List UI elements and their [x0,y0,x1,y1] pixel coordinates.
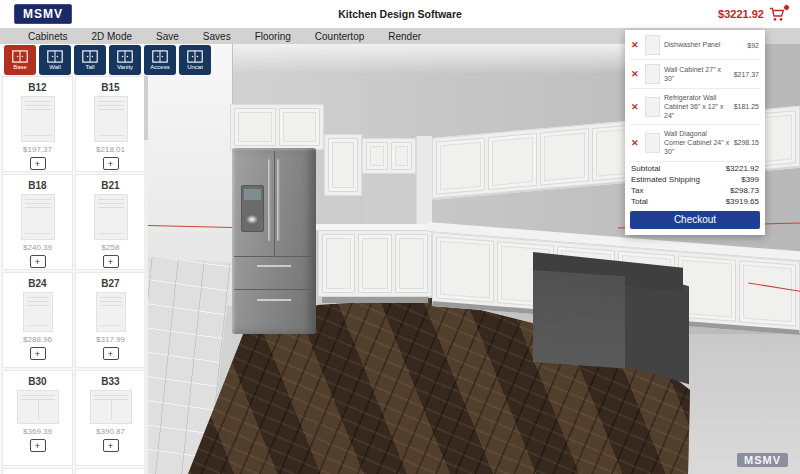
remove-item-icon[interactable]: ✕ [631,69,641,79]
category-label: Wall [49,64,60,70]
fridge-display [244,189,262,200]
menu-item-cabinets[interactable]: Cabinets [16,31,79,42]
product-card-b12[interactable]: B12 $197.37 + [2,76,73,172]
fridge-door-split [274,151,275,256]
cart-item-image [645,133,660,153]
wall-cabinet[interactable] [324,134,362,196]
cart-dropdown-panel: ✕ Dishwasher Panel $92 ✕ Wall Cabinet 27… [625,30,765,235]
product-card-b27[interactable]: B27 $317.99 + [75,272,146,368]
cart-item-name: Wall Diagonal Corner Cabinet 24" x 30" [664,129,730,156]
cabinet-door [436,236,494,303]
add-to-design-button[interactable]: + [30,255,46,268]
refrigerator-model[interactable] [232,148,316,334]
summary-row-tax: Tax $298.73 [630,184,760,195]
cabinet-icon [187,50,203,63]
menu-item-save[interactable]: Save [144,31,191,42]
product-card-b15[interactable]: B15 $218.01 + [75,76,146,172]
product-price: $258 [102,243,120,252]
menu-item-2d-mode[interactable]: 2D Mode [79,31,144,42]
upper-wall [232,44,662,74]
countertop-back [314,224,436,231]
product-card-b33[interactable]: B33 $390.87 + [75,370,146,466]
remove-item-icon[interactable]: ✕ [631,102,641,112]
cart-item-row: ✕ Refrigerator Wall Cabinet 36" x 12" x … [630,89,760,125]
category-button-wall[interactable]: Wall [39,45,71,75]
product-price: $218.01 [96,145,125,154]
category-button-access[interactable]: Access [144,45,176,75]
add-to-design-button[interactable]: + [103,157,119,170]
cart-total: $3221.92 [718,8,764,20]
highlight-glow [246,215,258,224]
add-to-design-button[interactable]: + [103,439,119,452]
menu-item-flooring[interactable]: Flooring [243,31,303,42]
add-to-design-button[interactable]: + [30,347,46,360]
add-to-design-button[interactable]: + [103,347,119,360]
product-card-b30[interactable]: B30 $369.39 + [2,370,73,466]
category-button-tall[interactable]: Tall [74,45,106,75]
wall-cabinet-over-recess[interactable] [362,138,416,174]
cabinet-door [391,142,413,170]
toe-kick [322,297,428,303]
product-price: $197.37 [23,145,52,154]
product-image [23,292,53,332]
base-cabinet-run-back[interactable] [318,231,432,297]
product-name: B15 [101,82,119,93]
cabinet-door [358,234,391,293]
add-to-design-button[interactable]: + [30,439,46,452]
checkout-button[interactable]: Checkout [630,211,760,229]
cabinet-icon [152,50,168,63]
product-name: B33 [101,376,119,387]
menu-item-countertop[interactable]: Countertop [303,31,376,42]
app-logo: MSMV [14,4,72,24]
summary-label: Tax [631,186,643,195]
fridge-drawer-handle [257,299,291,301]
add-to-design-button[interactable]: + [30,157,46,170]
cabinet-door [279,108,321,146]
product-price: $317.99 [96,335,125,344]
cabinet-door [488,133,537,190]
cabinet-door [739,260,797,327]
page-title: Kitchen Design Software [338,8,462,20]
cart-item-price: $217.37 [734,71,759,78]
cart-item-price: $181.25 [734,103,759,110]
catalog-scrollbar[interactable] [144,74,148,474]
cart-item-name: Refrigerator Wall Cabinet 36" x 12" x 24… [664,93,730,120]
cart-item-row: ✕ Wall Diagonal Corner Cabinet 24" x 30"… [630,125,760,161]
category-button-base[interactable]: Base [4,45,36,75]
product-card-partial[interactable] [2,468,73,474]
wall-cabinet-above-fridge[interactable] [230,104,324,150]
cart-item-image [645,97,660,117]
summary-row-subtotal: Subtotal $3221.92 [630,162,760,173]
product-card-b24[interactable]: B24 $288.96 + [2,272,73,368]
product-image [94,194,128,240]
menu-item-saves[interactable]: Saves [191,31,243,42]
category-button-vanity[interactable]: Vanity [109,45,141,75]
fridge-handle [268,159,271,241]
summary-label: Total [631,197,648,206]
product-card-partial[interactable] [75,468,146,474]
category-button-uncat[interactable]: Uncat [179,45,211,75]
cabinet-door [395,234,428,293]
cart-item-image [645,35,660,55]
product-image [96,292,126,332]
product-image [90,390,132,424]
product-card-b18[interactable]: B18 $240.39 + [2,174,73,270]
menu-item-render[interactable]: Render [376,31,433,42]
cart-button[interactable]: $3221.92 [718,7,786,22]
cabinet-icon [47,50,63,63]
product-catalog: B12 $197.37 + B15 $218.01 + B18 $240.39 … [0,74,148,474]
watermark-logo: MSMV [737,453,788,467]
cabinet-door [322,234,355,293]
fridge-drawer-line [234,289,315,290]
remove-item-icon[interactable]: ✕ [631,40,641,50]
dishwasher-panel-model[interactable] [533,270,625,368]
remove-item-icon[interactable]: ✕ [631,138,641,148]
product-card-b21[interactable]: B21 $258 + [75,174,146,270]
scrollbar-thumb[interactable] [144,76,148,140]
add-to-design-button[interactable]: + [103,255,119,268]
corner-cabinet[interactable] [416,136,432,234]
fridge-drawer-handle [257,265,291,267]
product-image [21,194,55,240]
cabinet-icon [12,50,28,63]
cabinet-door [436,137,485,194]
